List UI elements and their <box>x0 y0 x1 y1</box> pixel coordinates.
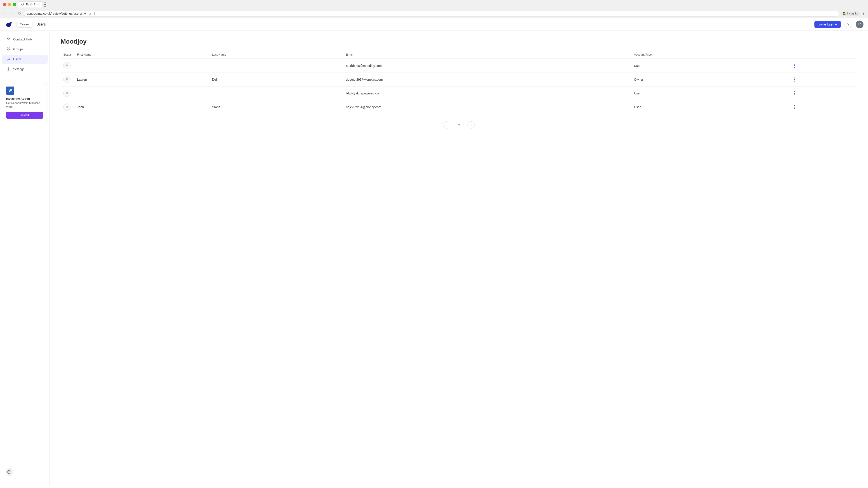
col-first-name: First Name <box>74 51 209 59</box>
svg-point-11 <box>66 78 67 79</box>
svg-point-2 <box>11 23 11 23</box>
svg-point-7 <box>8 58 9 59</box>
close-tab-button[interactable]: ✕ <box>38 3 40 6</box>
col-email: Email <box>343 51 631 59</box>
browser-actions: 🕵 Incognito ⋮ <box>841 11 865 15</box>
forward-button[interactable]: → <box>10 11 16 17</box>
page-of-label: of <box>458 123 460 127</box>
extensions-icon[interactable]: ◇ <box>89 12 91 15</box>
col-status: Status <box>61 51 74 59</box>
user-avatar-icon <box>63 62 70 69</box>
main-content: Contract Hub Groups <box>0 31 868 486</box>
status-cell <box>61 59 74 73</box>
window-controls: ✕ − + <box>3 3 16 6</box>
download-icon[interactable]: ⇓ <box>93 12 96 15</box>
table-row: 8e1bbdc8@moodjoy.com User <box>61 59 857 73</box>
robin-logo-icon <box>4 20 13 29</box>
organization-title: Moodjoy <box>61 38 857 45</box>
invite-icon: + <box>835 23 837 26</box>
prev-page-button[interactable]: ← <box>443 121 450 129</box>
table-row: Lauren Deli dopejot393@konetas.com Owner <box>61 73 857 87</box>
home-icon <box>6 37 11 41</box>
browser-tabs: Robin AI ✕ + <box>18 1 865 7</box>
grid-icon <box>6 47 11 52</box>
svg-point-10 <box>66 65 67 66</box>
more-options-icon[interactable]: ⋮ <box>862 11 865 15</box>
browser-chrome: ✕ − + Robin AI ✕ + ← → ↻ app.robinai.co.… <box>0 0 868 18</box>
row-more-button[interactable] <box>792 63 797 69</box>
user-icon <box>6 57 11 61</box>
maximize-window-button[interactable]: + <box>13 3 16 6</box>
invite-user-button[interactable]: Invite User + <box>814 21 841 28</box>
addon-widget: W Install the Add-in Get Reports within … <box>0 79 50 126</box>
table-row: lxkvt@akirapowered.com User <box>61 87 857 100</box>
svg-rect-6 <box>9 50 10 51</box>
actions-cell <box>789 100 857 114</box>
bottom-widget-button[interactable] <box>5 468 13 476</box>
row-more-button[interactable] <box>792 104 797 110</box>
back-button[interactable]: ← <box>3 11 8 17</box>
bottom-widget-area <box>0 469 50 482</box>
sidebar-item-contract-hub[interactable]: Contract Hub <box>2 35 48 44</box>
incognito-label: Incognito <box>847 12 858 15</box>
sidebar-label-groups: Groups <box>13 47 24 51</box>
row-more-button[interactable] <box>792 76 797 83</box>
minimize-window-button[interactable]: − <box>8 3 11 6</box>
sidebar-item-groups[interactable]: Groups <box>2 45 48 54</box>
actions-cell <box>789 59 857 73</box>
addon-description: Get Reports within Microsoft Word! <box>6 101 43 109</box>
next-page-button[interactable]: → <box>467 121 475 129</box>
settings-icon <box>6 67 11 71</box>
addon-title: Install the Add-in <box>6 97 43 100</box>
email-cell: dopejot393@konetas.com <box>343 73 631 87</box>
sidebar-label-settings: Settings <box>13 67 25 71</box>
incognito-icon: 🕵 <box>843 12 846 15</box>
account-type-cell: User <box>631 59 789 73</box>
pagination: ← 1 of 1 → <box>61 121 857 129</box>
account-type-cell: User <box>631 87 789 100</box>
address-bar[interactable]: app.robinai.co.uk/review/settings/users/… <box>24 11 839 17</box>
total-pages: 1 <box>463 123 465 127</box>
review-button[interactable]: Review <box>16 21 33 28</box>
bookmark-icon[interactable]: ★ <box>84 12 87 15</box>
app-header: Review Users Invite User + ? LD <box>0 18 868 31</box>
header-page-title: Users <box>36 22 46 26</box>
users-table: Status First Name Last Name Email Accoun… <box>61 51 857 114</box>
sidebar-label-users: Users <box>13 57 22 61</box>
email-cell: lxkvt@akirapowered.com <box>343 87 631 100</box>
new-tab-button[interactable]: + <box>43 2 46 6</box>
help-button[interactable]: ? <box>844 21 852 28</box>
user-avatar[interactable]: LD <box>856 21 864 28</box>
svg-point-8 <box>8 69 9 70</box>
last-name-cell: Deli <box>209 73 343 87</box>
col-last-name: Last Name <box>209 51 343 59</box>
first-name-cell: John <box>74 100 209 114</box>
svg-rect-5 <box>7 50 8 51</box>
tab-title: Robin AI <box>26 3 36 6</box>
svg-point-12 <box>66 92 67 93</box>
close-window-button[interactable]: ✕ <box>3 3 6 6</box>
invite-user-label: Invite User <box>818 23 834 26</box>
sidebar-item-settings[interactable]: Settings <box>2 65 48 74</box>
svg-rect-4 <box>9 48 10 49</box>
reload-button[interactable]: ↻ <box>17 10 22 17</box>
addon-card: W Install the Add-in Get Reports within … <box>3 83 47 122</box>
sidebar: Contract Hub Groups <box>0 31 50 486</box>
current-page: 1 <box>453 123 455 127</box>
active-tab[interactable]: Robin AI ✕ <box>18 1 43 7</box>
col-account-type: Account Type <box>631 51 789 59</box>
svg-point-13 <box>66 106 67 107</box>
status-cell <box>61 73 74 87</box>
email-cell: 8e1bbdc8@moodjoy.com <box>343 59 631 73</box>
status-cell <box>61 100 74 114</box>
status-cell <box>61 87 74 100</box>
word-icon: W <box>6 87 14 95</box>
last-name-cell: Smith <box>209 100 343 114</box>
row-more-button[interactable] <box>792 90 797 96</box>
content-area: Moodjoy Status First Name Last Name Emai… <box>50 31 868 486</box>
svg-rect-3 <box>7 48 8 49</box>
addon-install-button[interactable]: Install <box>6 111 43 119</box>
sidebar-label-contract-hub: Contract Hub <box>13 37 32 41</box>
address-bar-icons: ★ ◇ ⇓ <box>84 12 96 15</box>
sidebar-item-users[interactable]: Users <box>2 55 48 64</box>
